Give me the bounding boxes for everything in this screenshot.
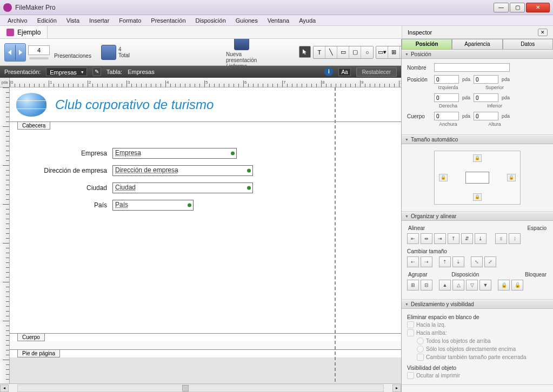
resize-min-h-button[interactable]: ⇡: [439, 256, 451, 267]
new-layout-button[interactable]: [234, 39, 249, 50]
align-center-v-button[interactable]: ⇵: [461, 233, 473, 244]
menu-presentacion[interactable]: Presentación: [146, 16, 190, 25]
field-label[interactable]: Empresa: [10, 150, 112, 157]
restore-button[interactable]: Restablecer: [356, 67, 397, 77]
distribute-v-button[interactable]: ⫶: [509, 233, 521, 244]
solo-objetos-radio[interactable]: [417, 346, 424, 353]
header-title-text[interactable]: Club corporativo de turismo: [55, 97, 214, 112]
cuerpo-tab[interactable]: Cuerpo: [17, 333, 45, 341]
resize-min-button[interactable]: ⤡: [471, 256, 483, 267]
layout-number-input[interactable]: [28, 45, 50, 55]
inspector-tab-apariencia[interactable]: Apariencia: [452, 39, 502, 49]
menu-archivo[interactable]: Archivo: [3, 16, 32, 25]
scroll-left-button[interactable]: ◂: [0, 384, 9, 392]
part-tool[interactable]: ⊞: [388, 46, 400, 58]
oval-tool[interactable]: ○: [361, 46, 373, 58]
align-top-button[interactable]: ⤒: [448, 233, 459, 244]
field-label[interactable]: Dirección de empresa: [10, 167, 112, 174]
document-tab[interactable]: Ejemplo: [0, 26, 48, 38]
anchor-right[interactable]: 🔒: [507, 174, 516, 181]
rounded-rect-tool[interactable]: ▢: [349, 46, 361, 58]
ungroup-button[interactable]: ⊟: [421, 280, 432, 290]
inspector-tab-datos[interactable]: Datos: [503, 39, 553, 49]
info-icon[interactable]: i: [324, 67, 333, 76]
line-tool[interactable]: ╲: [325, 46, 337, 58]
menu-insertar[interactable]: Insertar: [85, 16, 114, 25]
section-header-posicion[interactable]: Posición: [402, 50, 553, 59]
canvas-body[interactable]: Club corporativo de turismo Cabecera Emp…: [10, 87, 401, 383]
cabecera-tab[interactable]: Cabecera: [17, 121, 50, 130]
izquierda-input[interactable]: [434, 75, 459, 84]
resize-max-button[interactable]: ⤢: [484, 256, 496, 267]
field-direccion[interactable]: Dirección de empresa: [112, 165, 253, 176]
section-header-autosize[interactable]: Tamaño automático: [402, 135, 553, 144]
ocultar-imprimir-checkbox[interactable]: [407, 372, 414, 379]
layout-part-footer[interactable]: [10, 341, 401, 350]
edit-layout-button[interactable]: ✎: [92, 67, 101, 76]
scroll-right-button[interactable]: ▸: [392, 384, 401, 392]
align-bottom-button[interactable]: ⤓: [475, 233, 487, 244]
rect-tool[interactable]: ▭: [337, 46, 349, 58]
resize-max-w-button[interactable]: ⇢: [421, 256, 432, 267]
todos-objetos-radio[interactable]: [417, 337, 424, 344]
superior-input[interactable]: [474, 75, 498, 84]
record-navigator[interactable]: [4, 43, 26, 62]
align-right-button[interactable]: ⇥: [434, 233, 446, 244]
cambiar-parte-checkbox[interactable]: [417, 354, 424, 361]
field-pais[interactable]: País: [112, 200, 194, 211]
field-empresa[interactable]: Empresa: [112, 148, 237, 159]
field-tool[interactable]: ▭▾: [376, 46, 388, 58]
distribute-h-button[interactable]: ⫴: [495, 233, 507, 244]
send-backward-button[interactable]: ▽: [466, 280, 478, 290]
layout-part-body[interactable]: Empresa Empresa Dirección de empresa Dir…: [10, 130, 401, 334]
anchor-left[interactable]: 🔒: [439, 174, 448, 181]
derecha-input[interactable]: [434, 93, 459, 102]
send-back-button[interactable]: ▼: [479, 280, 491, 290]
minimize-button[interactable]: —: [494, 3, 509, 12]
record-slider[interactable]: [29, 57, 49, 59]
pie-tab[interactable]: Pie de página: [17, 349, 60, 357]
resize-max-h-button[interactable]: ⇣: [452, 256, 464, 267]
menu-edicion[interactable]: Edición: [33, 16, 61, 25]
text-format-button[interactable]: Aa: [338, 68, 350, 76]
menu-guiones[interactable]: Guiones: [231, 16, 262, 25]
layout-part-header[interactable]: Club corporativo de turismo: [10, 87, 401, 122]
inferior-input[interactable]: [474, 93, 498, 102]
hacia-arriba-checkbox[interactable]: [407, 329, 414, 336]
scroll-track[interactable]: [17, 384, 384, 392]
align-center-h-button[interactable]: ⇹: [421, 233, 432, 244]
menu-ventana[interactable]: Ventana: [263, 16, 294, 25]
anchura-input[interactable]: [434, 112, 459, 120]
field-ciudad[interactable]: Ciudad: [112, 183, 253, 193]
field-label[interactable]: Ciudad: [10, 184, 112, 192]
inspector-tab-posicion[interactable]: Posición: [402, 39, 452, 49]
scroll-thumb[interactable]: [182, 385, 189, 391]
anchor-bottom[interactable]: 🔒: [473, 193, 482, 201]
section-header-organizar[interactable]: Organizar y alinear: [402, 212, 553, 221]
section-header-desliz[interactable]: Deslizamiento y visibilidad: [402, 300, 553, 309]
menu-vista[interactable]: Vista: [62, 16, 84, 25]
close-button[interactable]: ✕: [526, 3, 550, 12]
resize-min-w-button[interactable]: ⇠: [407, 256, 419, 267]
unlock-button[interactable]: 🔓: [511, 280, 523, 290]
horizontal-scrollbar[interactable]: ◂ ▸: [0, 383, 401, 392]
altura-input[interactable]: [474, 112, 498, 120]
field-label[interactable]: País: [10, 201, 112, 209]
maximize-button[interactable]: ▢: [510, 3, 525, 12]
nombre-input[interactable]: [434, 63, 510, 72]
inspector-close-button[interactable]: ✕: [538, 29, 548, 36]
bring-forward-button[interactable]: △: [452, 280, 464, 290]
menu-formato[interactable]: Formato: [115, 16, 145, 25]
menu-disposicion[interactable]: Disposición: [191, 16, 230, 25]
menu-ayuda[interactable]: Ayuda: [295, 16, 320, 25]
group-button[interactable]: ⊞: [407, 280, 419, 290]
lock-button[interactable]: 🔒: [498, 280, 510, 290]
hacia-izq-checkbox[interactable]: [407, 321, 414, 328]
align-left-button[interactable]: ⇤: [407, 233, 419, 244]
bring-front-button[interactable]: ▲: [439, 280, 451, 290]
anchor-top[interactable]: 🔒: [473, 154, 482, 162]
layout-icon[interactable]: [101, 45, 116, 60]
presentacion-dropdown[interactable]: Empresas: [46, 67, 87, 76]
pointer-tool[interactable]: [299, 46, 311, 58]
text-tool[interactable]: T: [314, 46, 325, 58]
